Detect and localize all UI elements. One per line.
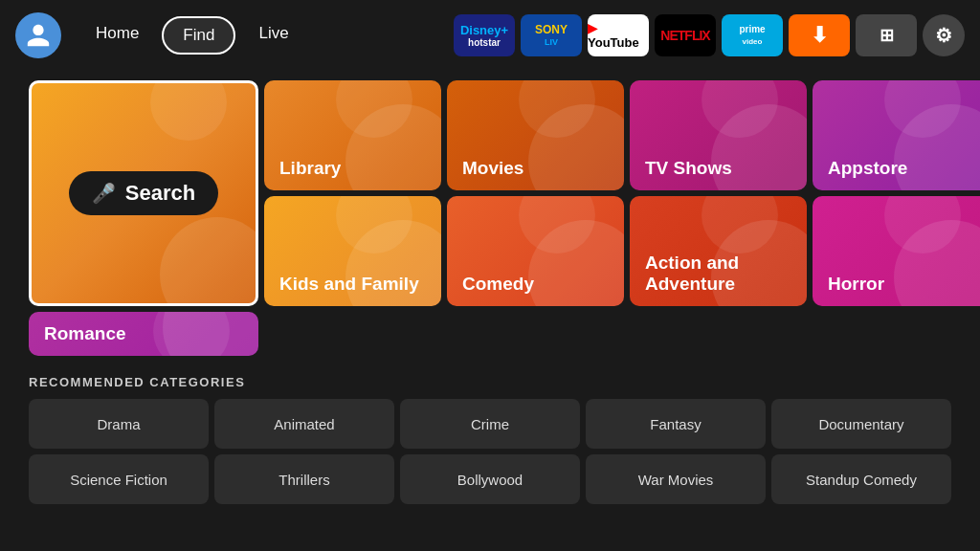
library-cell[interactable]: Library: [264, 80, 441, 190]
tvshows-cell[interactable]: TV Shows: [630, 80, 807, 190]
top-nav: Home Find Live Disney+ hotstar SONYLIV ▶…: [0, 0, 980, 71]
rec-item[interactable]: Animated: [214, 399, 394, 449]
movies-label: Movies: [462, 158, 523, 179]
recommended-section: RECOMMENDED CATEGORIES DramaAnimatedCrim…: [29, 375, 951, 504]
rec-item[interactable]: Documentary: [771, 399, 951, 449]
settings-icon[interactable]: ⚙: [923, 14, 965, 56]
search-label: Search: [125, 181, 195, 206]
horror-label: Horror: [828, 274, 884, 295]
kids-label: Kids and Family: [279, 274, 419, 295]
app-icons: Disney+ hotstar SONYLIV ▶ YouTube NETFLI…: [454, 14, 965, 56]
recommended-grid: DramaAnimatedCrimeFantasyDocumentaryScie…: [29, 399, 951, 504]
tvshows-label: TV Shows: [645, 158, 732, 179]
avatar[interactable]: [15, 12, 61, 58]
comedy-cell[interactable]: Comedy: [447, 196, 624, 306]
romance-label: Romance: [44, 323, 126, 344]
romance-cell[interactable]: Romance: [29, 312, 258, 356]
app-netflix[interactable]: NETFLIX: [655, 14, 716, 56]
main-area: 🎤 Search Library Movies TV Shows Appstor…: [0, 71, 980, 504]
appstore-label: Appstore: [828, 158, 907, 179]
kids-cell[interactable]: Kids and Family: [264, 196, 441, 306]
horror-cell[interactable]: Horror: [813, 196, 980, 306]
movies-cell[interactable]: Movies: [447, 80, 624, 190]
rec-item[interactable]: Thrillers: [214, 454, 394, 504]
mic-icon: 🎤: [92, 182, 116, 205]
search-button[interactable]: 🎤 Search: [69, 171, 218, 215]
rec-item[interactable]: Standup Comedy: [771, 454, 951, 504]
library-label: Library: [279, 158, 341, 179]
category-grid: 🎤 Search Library Movies TV Shows Appstor…: [29, 80, 951, 356]
app-youtube[interactable]: ▶ YouTube: [588, 14, 649, 56]
rec-item[interactable]: Science Fiction: [29, 454, 209, 504]
rec-item[interactable]: Fantasy: [586, 399, 766, 449]
recommended-title: RECOMMENDED CATEGORIES: [29, 375, 951, 389]
app-hotstar[interactable]: Disney+ hotstar: [454, 14, 515, 56]
app-downloader[interactable]: ⬇: [789, 14, 850, 56]
appstore-cell[interactable]: Appstore: [813, 80, 980, 190]
nav-live[interactable]: Live: [239, 16, 307, 55]
rec-item[interactable]: War Movies: [586, 454, 766, 504]
action-label: Action and Adventure: [645, 253, 791, 295]
nav-links: Home Find Live: [77, 16, 308, 55]
rec-item[interactable]: Bollywood: [400, 454, 580, 504]
search-cell[interactable]: 🎤 Search: [29, 80, 258, 306]
rec-item[interactable]: Drama: [29, 399, 209, 449]
app-grid[interactable]: ⊞: [856, 14, 917, 56]
rec-item[interactable]: Crime: [400, 399, 580, 449]
comedy-label: Comedy: [462, 274, 534, 295]
action-cell[interactable]: Action and Adventure: [630, 196, 807, 306]
app-sonyliv[interactable]: SONYLIV: [521, 14, 582, 56]
nav-find[interactable]: Find: [162, 16, 235, 55]
app-prime[interactable]: primevideo: [722, 14, 783, 56]
nav-home[interactable]: Home: [77, 16, 158, 55]
